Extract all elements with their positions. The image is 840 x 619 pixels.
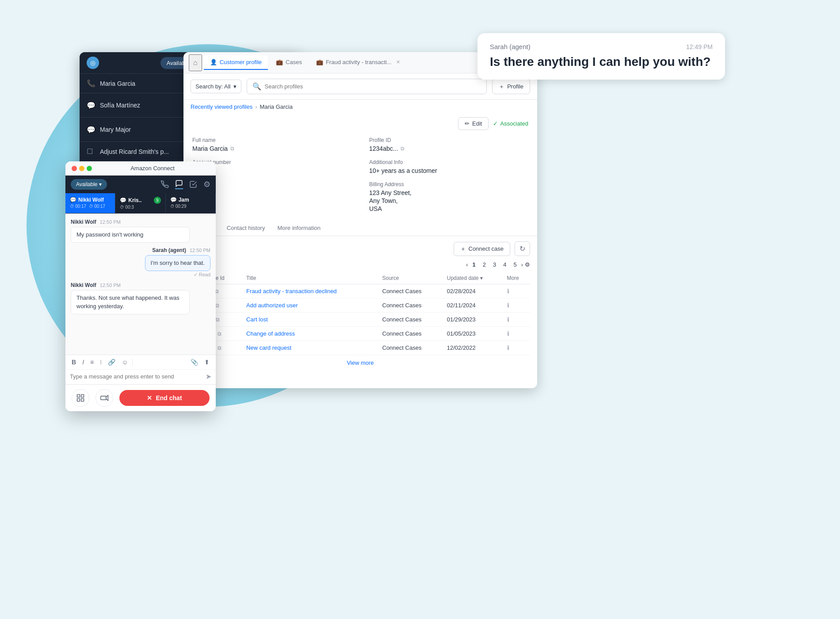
window-controls [72,166,92,171]
check-circle-icon: ✓ [493,120,498,127]
table-row: B23456 ⧉ Add authorized user Connect Cas… [191,298,530,313]
chat-input-area: ➤ [65,369,216,384]
pagination-next-icon[interactable]: › [521,261,523,268]
chat-message-input[interactable] [70,373,202,380]
sort-icon[interactable]: ▾ [480,275,483,281]
tab-fraud-activity[interactable]: 💼 Fraud activity - transacti... ✕ [310,55,406,70]
kris-badge: 9 [154,197,161,204]
case-link-2[interactable]: Cart lost [246,316,267,323]
chat-ccp-chat-icon[interactable] [175,180,183,189]
svg-rect-3 [81,399,84,401]
emoji-button[interactable]: ☺ [120,358,130,367]
case-link-1[interactable]: Add authorized user [246,302,298,309]
chat-tab-jam[interactable]: 💬 Jam ⏱ 00:29 [166,193,216,213]
info-icon-4[interactable]: ℹ [507,344,509,351]
maximize-window-dot[interactable] [87,166,92,171]
copy-id-icon[interactable]: ⧉ [401,145,405,152]
briefcase-icon-2: 💼 [316,59,323,65]
title-1: Add authorized user [243,298,378,313]
case-link-3[interactable]: Change of address [246,330,295,337]
tab-more-information[interactable]: More information [271,221,327,236]
refresh-cases-button[interactable]: ↻ [515,241,530,256]
chat-tab-kris-icon: 💬 [120,197,126,203]
copy-ref-2-icon[interactable]: ⧉ [216,317,220,323]
search-by-select[interactable]: Search by: All ▾ [191,80,241,93]
pagination-prev-icon[interactable]: ‹ [466,261,468,268]
gender-value: Female [192,189,351,196]
bold-button[interactable]: B [70,358,78,367]
chat-tab-kris[interactable]: 💬 Kris.. 9 ⏱ 00:3 [115,193,165,213]
home-tab-button[interactable]: ⌂ [189,54,202,71]
billing-address-field: Billing Address 123 Any Street, Any Town… [369,181,528,212]
add-profile-button[interactable]: ＋ Profile [492,79,530,94]
info-icon-1[interactable]: ℹ [507,302,509,309]
info-icon-3[interactable]: ℹ [507,330,509,337]
send-message-button[interactable]: ➤ [206,372,211,381]
message-header-1: Sarah (agent) 12:50 PM [152,247,210,253]
chat-available-button[interactable]: Available ▾ [71,179,107,190]
edit-profile-button[interactable]: ✏ Edit [458,117,489,130]
settings-ccp-icon[interactable]: ⚙ [203,180,210,189]
table-row: 795296 ⧉ Fraud activity - transaction de… [191,284,530,298]
page-5[interactable]: 5 [511,260,519,269]
settings-cases-icon[interactable]: ⚙ [525,261,530,268]
col-source: Source [379,272,443,284]
link-button[interactable]: 🔗 [106,358,117,367]
connect-case-button[interactable]: ＋ Connect case [454,242,511,256]
search-profiles-input[interactable] [265,83,481,90]
view-more-link[interactable]: View more [191,355,530,371]
page-2[interactable]: 2 [480,260,489,269]
tab-cases[interactable]: 💼 Cases [270,55,308,70]
upload-button[interactable]: ⬆ [202,358,211,367]
additional-info-value: 10+ years as a customer [369,167,528,174]
tab-contact-history[interactable]: Contact history [221,221,271,236]
title-4: New card request [243,341,378,355]
case-link-4[interactable]: New card request [246,344,291,351]
tab-customer-profile[interactable]: 👤 Customer profile [204,55,268,70]
message-group-2: Nikki Wolf 12:50 PM Thanks. Not sure wha… [71,282,210,314]
chat-tab-jam-name: Jam [179,197,211,203]
chat-tab-nikki-header: 💬 Nikki Wolf [70,197,111,203]
cases-pagination: ‹ 1 2 3 4 5 › ⚙ [191,260,530,269]
chat-dropdown-icon: ▾ [99,181,102,187]
italic-button[interactable]: I [80,358,86,367]
message-icon: 💬 [87,101,95,110]
message-header-0: Nikki Wolf 12:50 PM [71,219,210,225]
more-2: ℹ [504,313,530,327]
unordered-list-button[interactable]: ⁝ [98,358,103,367]
attachment-button[interactable]: 📎 [189,358,200,367]
additional-info-label: Additional Info [369,159,528,165]
phone-ccp-icon[interactable] [161,180,169,189]
video-footer-icon[interactable] [95,389,113,407]
ordered-list-button[interactable]: ≡ [88,358,95,367]
page-4[interactable]: 4 [500,260,509,269]
end-chat-button[interactable]: ✕ End chat [119,390,210,406]
minimize-window-dot[interactable] [79,166,84,171]
info-icon-2[interactable]: ℹ [507,316,509,323]
copy-name-icon[interactable]: ⧉ [230,145,234,152]
breadcrumb: Recently viewed profiles › Maria Garcia [183,100,537,114]
profile-id-label: Profile ID [369,137,528,143]
copy-ref-3-icon[interactable]: ⧉ [218,331,221,337]
chat-tab-kris-name: Kris.. [128,197,152,203]
page-1[interactable]: 1 [470,260,478,269]
tasks-ccp-icon[interactable] [189,180,197,189]
info-icon-0[interactable]: ℹ [507,288,509,294]
close-window-dot[interactable] [72,166,77,171]
profile-footer-icon[interactable] [72,389,89,407]
clock-nikki-2: ⏱ [89,204,93,209]
clock-kris-1: ⏱ [120,205,124,210]
chat-tab-nikki-wolf[interactable]: 💬 Nikki Wolf ⏱ 00:17 ⏱ 00:17 [65,193,115,213]
jam-time-1: ⏱ 00:29 [170,204,187,209]
case-link-0[interactable]: Fraud activity - transaction declined [246,288,336,294]
page-3[interactable]: 3 [490,260,499,269]
plus-profile-icon: ＋ [499,83,504,91]
breadcrumb-parent-link[interactable]: Recently viewed profiles [191,103,252,110]
chat-tab-kris-times: ⏱ 00:3 [120,205,160,210]
copy-ref-4-icon[interactable]: ⧉ [218,345,221,351]
toolbar-divider [132,359,133,366]
close-tab-icon[interactable]: ✕ [396,59,400,65]
copy-ref-1-icon[interactable]: ⧉ [215,302,219,309]
gender-label: Gender [192,181,351,187]
clock-jam-1: ⏱ [170,204,175,209]
